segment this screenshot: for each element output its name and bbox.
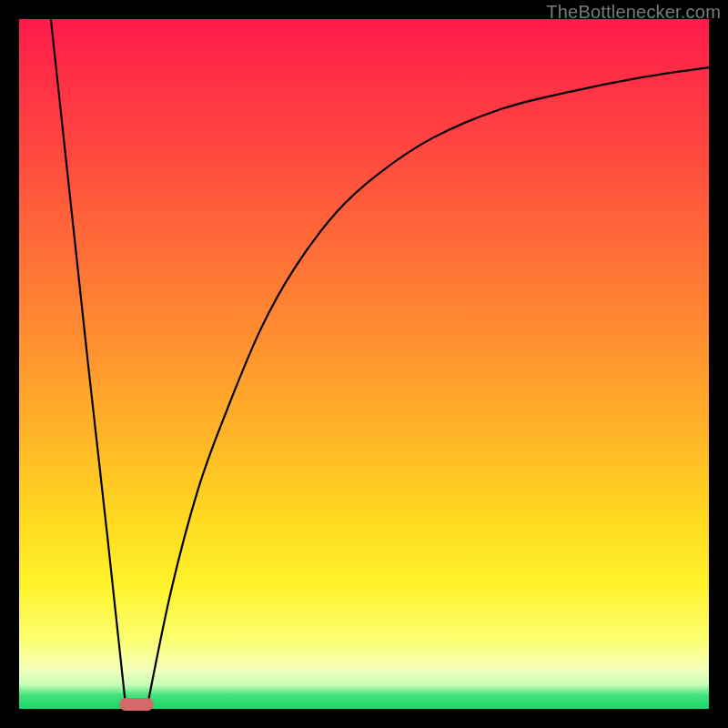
bottleneck-curve [19,19,709,709]
curve-left-branch [51,19,126,709]
optimal-marker [119,698,154,711]
chart-frame: TheBottlenecker.com [0,0,728,728]
curve-right-branch [147,67,709,709]
watermark-text: TheBottlenecker.com [546,2,721,23]
